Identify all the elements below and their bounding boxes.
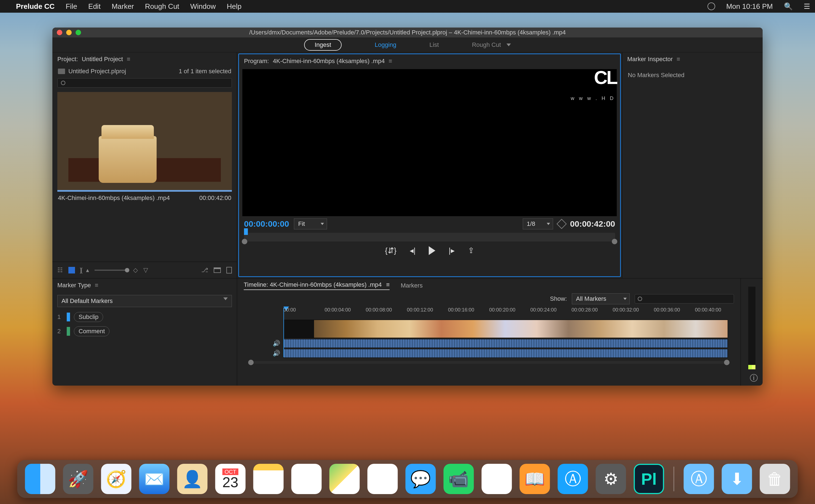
playhead-timecode[interactable]: 00:00:00:00 — [244, 219, 289, 229]
menu-window[interactable]: Window — [190, 2, 216, 11]
workspace-list[interactable]: List — [429, 41, 439, 48]
ruler-tick: 00:00 — [284, 307, 296, 313]
delete-icon[interactable] — [227, 267, 232, 273]
ingest-button[interactable]: Ingest — [304, 39, 342, 51]
export-frame-icon[interactable]: ⇪ — [468, 246, 474, 255]
zoom-handle-right[interactable] — [612, 239, 617, 244]
dock-photos-icon[interactable]: ❀ — [368, 464, 398, 494]
zoom-fit-dropdown[interactable]: Fit — [294, 218, 327, 229]
show-markers-dropdown[interactable]: All Markers — [572, 293, 630, 304]
macos-menu-bar: Prelude CC File Edit Marker Rough Cut Wi… — [0, 0, 815, 13]
zoom-handle-right[interactable] — [724, 360, 730, 365]
thumbnail-view-icon[interactable] — [68, 267, 75, 273]
project-panel-tab[interactable]: Project: Untitled Project ≡ — [52, 52, 237, 66]
ruler-tick: 00:00:28:00 — [571, 307, 598, 313]
siri-icon[interactable] — [706, 1, 716, 11]
dock-trash-icon[interactable]: 🗑 — [760, 464, 790, 494]
project-search-input[interactable] — [57, 78, 232, 88]
menu-file[interactable]: File — [66, 2, 77, 11]
menu-marker[interactable]: Marker — [112, 2, 134, 11]
play-button[interactable] — [429, 246, 435, 255]
dock-notes-icon[interactable] — [254, 464, 284, 494]
workspace-overflow-icon[interactable] — [506, 44, 511, 46]
dock-system-preferences-icon[interactable]: ⚙︎ — [596, 464, 626, 494]
panel-menu-icon[interactable]: ≡ — [386, 281, 390, 288]
program-panel-tab[interactable]: Program: 4K-Chimei-inn-60mbps (4ksamples… — [239, 54, 620, 68]
zoom-handle-left[interactable] — [242, 239, 247, 244]
window-minimize-button[interactable] — [66, 30, 72, 35]
clip-settings-icon[interactable]: ⎇ — [201, 267, 208, 274]
window-close-button[interactable] — [57, 30, 62, 35]
window-zoom-button[interactable] — [75, 30, 81, 35]
timeline-search-input[interactable] — [635, 294, 734, 304]
mark-in-out-icon[interactable]: {⇵} — [385, 246, 396, 255]
dock-reminders-icon[interactable]: ☑︎ — [292, 464, 322, 494]
marker-template-dropdown[interactable]: All Default Markers — [57, 295, 232, 307]
audio-track-2[interactable]: 🔊 — [250, 349, 728, 358]
dock-messages-icon[interactable]: 💬 — [406, 464, 436, 494]
project-file-label[interactable]: Untitled Project.plproj — [68, 68, 126, 75]
panel-menu-icon[interactable]: ≡ — [127, 56, 130, 63]
workspace-logging[interactable]: Logging — [375, 41, 396, 48]
dock-itunes-icon[interactable]: ♫ — [482, 464, 512, 494]
timeline-tab[interactable]: Timeline: 4K-Chimei-inn-60mbps (4ksample… — [244, 281, 390, 290]
project-clip[interactable]: 4K-Chimei-inn-60mbps (4ksamples) .mp4 00… — [57, 92, 232, 204]
video-track[interactable] — [250, 320, 728, 338]
clip-thumbnail[interactable] — [57, 92, 232, 190]
audio-track-1[interactable]: 🔊 — [250, 339, 728, 348]
menubar-clock[interactable]: Mon 10:16 PM — [726, 2, 773, 11]
timeline-tracks[interactable]: 🔊 🔊 — [250, 320, 728, 358]
playhead-icon[interactable] — [244, 228, 248, 235]
settings-icon[interactable] — [556, 219, 566, 229]
step-back-icon[interactable]: ◂| — [410, 246, 415, 255]
dock-appstore-icon[interactable]: Ⓐ — [558, 464, 588, 494]
timeline-ruler[interactable]: 00:0000:00:04:0000:00:08:0000:00:12:0000… — [284, 307, 728, 318]
dock-contacts-icon[interactable]: 👤 — [177, 464, 208, 494]
dock-launchpad-icon[interactable]: 🚀 — [63, 464, 93, 494]
dock-safari-icon[interactable]: 🧭 — [101, 464, 131, 494]
dock-finder-icon[interactable] — [25, 464, 55, 494]
dock-mail-icon[interactable]: ✉️ — [139, 464, 169, 494]
marker-type-tab[interactable]: Marker Type ≡ — [52, 278, 237, 292]
selection-status: 1 of 1 item selected — [179, 68, 231, 75]
workspace-rough-cut[interactable]: Rough Cut — [472, 41, 511, 48]
notification-center-icon[interactable]: ☰ — [804, 2, 810, 11]
sort-direction-icon[interactable]: ▴ — [86, 267, 89, 274]
menu-help[interactable]: Help — [227, 2, 242, 11]
playhead-line[interactable] — [284, 308, 284, 357]
step-forward-icon[interactable]: |▸ — [449, 246, 454, 255]
info-icon[interactable]: i — [750, 374, 758, 382]
filter-icon[interactable]: ◇ — [133, 267, 138, 274]
dock-facetime-icon[interactable]: 📹 — [444, 464, 474, 494]
audio-icon[interactable]: 🔊 — [273, 340, 280, 347]
panel-menu-icon[interactable]: ≡ — [388, 58, 392, 65]
program-scrubber[interactable] — [244, 233, 615, 242]
program-monitor[interactable]: CL w w w . H D — [242, 69, 617, 216]
dock-calendar-icon[interactable]: OCT23 — [215, 464, 246, 494]
menu-rough-cut[interactable]: Rough Cut — [145, 2, 179, 11]
dock-ibooks-icon[interactable]: 📖 — [520, 464, 550, 494]
markers-tab[interactable]: Markers — [401, 282, 422, 289]
window-titlebar[interactable]: /Users/dmx/Documents/Adobe/Prelude/7.0/P… — [52, 28, 763, 37]
menu-edit[interactable]: Edit — [88, 2, 101, 11]
timeline-zoom-scroll[interactable] — [250, 361, 728, 364]
marker-inspector-tab[interactable]: Marker Inspector ≡ — [622, 52, 763, 66]
marker-type-subclip[interactable]: 1 Subclip — [57, 312, 232, 322]
spotlight-icon[interactable]: 🔍 — [784, 2, 793, 11]
dock-prelude-icon[interactable]: Pl — [634, 464, 664, 494]
app-menu[interactable]: Prelude CC — [16, 2, 55, 11]
resolution-dropdown[interactable]: 1/8 — [523, 218, 553, 229]
zoom-handle-left[interactable] — [248, 360, 254, 365]
dock-maps-icon[interactable] — [330, 464, 360, 494]
dock-applications-folder-icon[interactable]: Ⓐ — [684, 464, 714, 494]
comment-color-icon — [67, 327, 70, 336]
panel-menu-icon[interactable]: ≡ — [95, 282, 98, 289]
thumbnail-size-slider[interactable] — [94, 270, 128, 271]
dock-downloads-folder-icon[interactable]: ⬇︎ — [722, 464, 752, 494]
marker-type-comment[interactable]: 2 Comment — [57, 326, 232, 336]
panel-menu-icon[interactable]: ≡ — [677, 56, 680, 63]
find-icon[interactable]: ▽ — [143, 267, 148, 274]
list-view-icon[interactable]: ☷ — [57, 267, 63, 274]
new-bin-icon[interactable] — [214, 267, 221, 273]
audio-icon[interactable]: 🔊 — [273, 350, 280, 357]
